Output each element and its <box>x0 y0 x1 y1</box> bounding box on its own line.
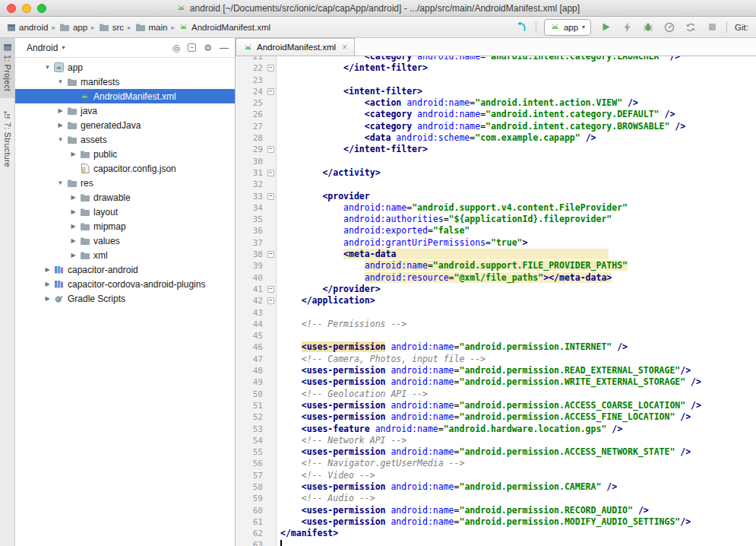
editor-line: 31− </activity> <box>236 167 756 179</box>
gear-icon[interactable]: ⚙ <box>204 43 212 52</box>
editor-line: 58 <uses-permission android:name="androi… <box>236 481 756 493</box>
structure-toolwindow-button[interactable]: 7: Structure <box>0 106 14 174</box>
breadcrumb-item-AndroidManifest.xml[interactable]: AndroidManifest.xml <box>178 21 271 33</box>
chevron-down-icon[interactable]: ▼ <box>55 136 65 143</box>
tree-item-AndroidManifest.xml[interactable]: AndroidManifest.xml <box>15 89 235 103</box>
back-arrow-icon[interactable] <box>514 21 528 34</box>
chevron-right-icon[interactable]: ▶ <box>43 295 52 302</box>
breadcrumb-item-src[interactable]: src <box>98 21 125 33</box>
chevron-right-icon[interactable]: ▶ <box>68 237 78 244</box>
line-number: 54 <box>236 435 266 446</box>
chevron-down-icon[interactable]: ▼ <box>43 64 52 71</box>
tree-item-Gradle Scripts[interactable]: ▶Gradle Scripts <box>15 291 235 306</box>
run-configuration-select[interactable]: app ▾ <box>544 19 591 36</box>
editor-line: 53 <uses-feature android:name="android.h… <box>236 424 756 435</box>
profile-button[interactable] <box>663 21 676 34</box>
tree-item-layout[interactable]: ▶layout <box>15 205 235 219</box>
code-line: </intent-filter> <box>277 62 428 74</box>
chevron-right-icon[interactable]: ▶ <box>43 281 52 287</box>
code-line: <uses-permission android:name="android.p… <box>277 365 691 376</box>
line-number: 49 <box>236 376 266 388</box>
fold-marker-icon[interactable]: − <box>266 144 277 155</box>
debug-button[interactable] <box>641 21 655 34</box>
code-line: <category android:name="android.intent.c… <box>277 109 675 120</box>
breadcrumb-item-android[interactable]: android <box>6 21 49 33</box>
stop-button[interactable] <box>705 21 719 34</box>
close-icon[interactable]: × <box>342 42 347 52</box>
tool-window-stripe: 1: Project 7: Structure <box>0 38 15 546</box>
chevron-right-icon[interactable]: ▶ <box>55 122 65 129</box>
tree-item-public[interactable]: ▶public <box>15 147 235 161</box>
apply-changes-button[interactable] <box>620 21 634 34</box>
text-caret <box>280 540 282 546</box>
tree-item-values[interactable]: ▶values <box>15 233 235 248</box>
code-line: </activity> <box>277 167 381 179</box>
sync-button[interactable] <box>684 21 697 34</box>
tree-item-app[interactable]: ▼app <box>15 60 235 75</box>
tree-item-xml[interactable]: ▶xml <box>15 248 235 262</box>
chevron-right-icon[interactable]: ▶ <box>68 208 78 215</box>
chevron-right-icon[interactable]: ▶ <box>68 223 78 230</box>
editor-line: 21 <category android:name="android.inten… <box>236 56 756 62</box>
project-toolwindow-button[interactable]: 1: Project <box>0 38 14 98</box>
fold-gutter <box>266 260 277 271</box>
chevron-right-icon[interactable]: ▶ <box>43 266 52 273</box>
tree-item-assets[interactable]: ▼assets <box>15 132 235 147</box>
structure-toolwindow-icon <box>3 110 12 119</box>
code-line: android:name="android.support.v4.content… <box>277 202 628 214</box>
editor-line: 40 android:resource="@xml/file_paths"></… <box>236 272 756 284</box>
close-window-button[interactable] <box>7 4 16 13</box>
collapse-all-icon[interactable]: − <box>188 43 196 52</box>
android-studio-icon <box>176 3 186 13</box>
tree-item-res[interactable]: ▼res <box>15 176 235 190</box>
fold-gutter <box>266 400 277 411</box>
fold-marker-icon[interactable]: − <box>266 284 277 295</box>
chevron-right-icon[interactable]: ▶ <box>55 107 65 114</box>
code-line: <!-- Camera, Photos, input file --> <box>277 354 486 365</box>
fold-marker-icon[interactable]: − <box>266 62 277 74</box>
locate-file-icon[interactable]: ◎ <box>172 43 180 52</box>
fold-gutter <box>266 528 277 539</box>
code-line: <provider <box>277 191 370 202</box>
chevron-right-icon[interactable]: ▶ <box>68 151 78 157</box>
chevron-right-icon[interactable]: ▶ <box>68 194 78 201</box>
tree-item-drawable[interactable]: ▶drawable <box>15 190 235 205</box>
tree-item-generatedJava[interactable]: ▶generatedJava <box>15 118 235 132</box>
tree-item-capacitor-android[interactable]: ▶capacitor-android <box>15 262 235 277</box>
chevron-right-icon[interactable]: ▶ <box>68 252 78 259</box>
breadcrumb-item-main[interactable]: main <box>134 21 169 33</box>
run-button[interactable] <box>599 21 612 34</box>
fold-marker-icon[interactable]: − <box>266 295 277 306</box>
fold-marker-icon[interactable]: − <box>266 249 277 260</box>
tree-item-java[interactable]: ▶java <box>15 103 235 118</box>
fullscreen-window-button[interactable] <box>37 4 46 13</box>
chevron-down-icon[interactable]: ▼ <box>55 78 65 85</box>
folder-icon <box>78 208 91 217</box>
chevron-down-icon[interactable]: ▼ <box>55 179 65 186</box>
fold-gutter <box>266 435 277 446</box>
code-line: </intent-filter> <box>277 144 428 155</box>
line-number: 37 <box>236 237 266 249</box>
fold-marker-icon[interactable]: − <box>266 86 277 97</box>
editor-tab-androidmanifest[interactable]: AndroidManifest.xml × <box>236 38 355 56</box>
tree-item-capacitor.config.json[interactable]: {}capacitor.config.json <box>15 161 235 176</box>
fold-marker-icon[interactable]: − <box>266 167 277 179</box>
tree-item-manifests[interactable]: ▼manifests <box>15 75 235 89</box>
editor: AndroidManifest.xml × 21 <category andro… <box>236 38 756 546</box>
editor-line: 59 <!-- Audio --> <box>236 493 756 504</box>
editor-line: 29− </intent-filter> <box>236 144 756 155</box>
hide-panel-icon[interactable]: — <box>220 43 229 52</box>
project-view-selector[interactable]: Android ▾ <box>15 43 65 53</box>
code-editor[interactable]: 21 <category android:name="android.inten… <box>236 56 756 546</box>
editor-line: 46 <uses-permission android:name="androi… <box>236 341 756 353</box>
editor-line: 41− </provider> <box>236 284 756 295</box>
main-area: 1: Project 7: Structure Android ▾ ◎ − ⚙ … <box>0 38 756 546</box>
folder-icon <box>78 222 91 231</box>
tree-item-mipmap[interactable]: ▶mipmap <box>15 219 235 233</box>
line-number: 32 <box>236 179 266 190</box>
breadcrumb-item-app[interactable]: app <box>59 21 88 33</box>
tree-item-capacitor-cordova-android-plugins[interactable]: ▶capacitor-cordova-android-plugins <box>15 277 235 291</box>
minimize-window-button[interactable] <box>22 4 31 13</box>
fold-marker-icon[interactable]: − <box>266 191 277 202</box>
editor-line: 34 android:name="android.support.v4.cont… <box>236 202 756 214</box>
